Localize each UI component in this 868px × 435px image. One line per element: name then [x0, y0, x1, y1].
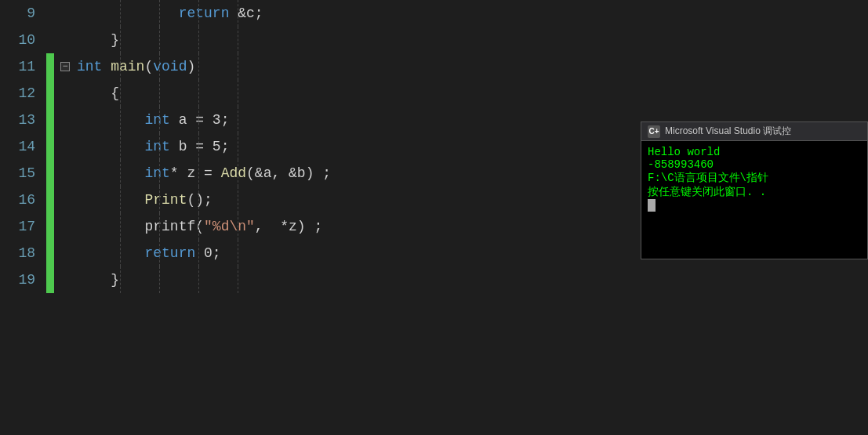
line-number: 12 — [0, 80, 43, 107]
guide-line — [120, 133, 121, 160]
guide-line — [120, 27, 121, 53]
line-indicator — [43, 240, 57, 266]
code-line: 10 } — [0, 27, 868, 53]
guide-line — [120, 107, 121, 133]
console-output-line: -858993460 — [648, 158, 861, 171]
guide-line — [120, 213, 121, 240]
guide-line — [198, 107, 199, 133]
code-text: int main(void) — [73, 53, 868, 80]
line-indicator — [43, 160, 57, 187]
guide-line — [120, 187, 121, 213]
line-number: 9 — [0, 0, 43, 27]
line-indicator — [43, 107, 57, 133]
guide-line — [238, 107, 238, 133]
line-number: 18 — [0, 240, 43, 266]
guide-line — [198, 266, 199, 293]
code-token: * z = — [170, 165, 221, 181]
guide-line — [159, 160, 160, 187]
code-token: } — [111, 32, 119, 48]
code-text: } — [73, 266, 868, 293]
console-body: Hello world-858993460F:\C语言项目文件\指针按任意键关闭… — [641, 141, 867, 259]
code-text: return &c; — [73, 0, 868, 27]
code-token: { — [111, 85, 119, 101]
collapse-button — [57, 27, 73, 53]
code-token: ( — [144, 59, 153, 74]
collapse-button — [57, 80, 73, 107]
console-output-line: F:\C语言项目文件\指针 — [648, 171, 861, 185]
console-title: Microsoft Visual Studio 调试控 — [665, 125, 791, 138]
line-number: 10 — [0, 27, 43, 53]
line-indicator — [43, 133, 57, 160]
code-token: b = 5; — [170, 139, 230, 154]
editor-area: 9 return &c;10 }11−int main(void)12 {13 … — [0, 0, 868, 435]
code-token: Print — [144, 192, 187, 208]
code-token: int — [144, 112, 169, 128]
console-app-icon: C+ — [648, 125, 660, 138]
code-line: 12 { — [0, 80, 868, 107]
collapse-button — [57, 133, 73, 160]
code-token: } — [111, 272, 119, 288]
line-number: 16 — [0, 187, 43, 213]
guide-line — [198, 0, 199, 27]
line-indicator — [43, 80, 57, 107]
guide-line — [159, 0, 160, 27]
code-token: "%d\n" — [204, 219, 255, 234]
code-line: 9 return &c; — [0, 0, 868, 27]
collapse-button — [57, 107, 73, 133]
guide-line — [238, 27, 238, 53]
code-text: { — [73, 80, 868, 107]
code-token: return — [144, 245, 195, 261]
line-indicator — [43, 53, 57, 80]
collapse-button — [57, 0, 73, 27]
code-token: printf( — [144, 219, 204, 234]
guide-line — [238, 53, 238, 80]
line-indicator — [43, 0, 57, 27]
code-token: &c; — [229, 5, 263, 21]
guide-line — [159, 187, 160, 213]
guide-line — [120, 80, 121, 107]
line-indicator — [43, 27, 57, 53]
guide-line — [198, 53, 199, 80]
code-token: int — [144, 139, 169, 154]
guide-line — [238, 160, 238, 187]
guide-line — [238, 266, 238, 293]
guide-line — [120, 240, 121, 266]
guide-line — [120, 0, 121, 27]
guide-line — [198, 240, 199, 266]
line-number: 11 — [0, 53, 43, 80]
line-number: 19 — [0, 266, 43, 293]
code-text: } — [73, 27, 868, 53]
code-token: ) — [187, 59, 195, 74]
console-output-line: Hello world — [648, 146, 861, 158]
guide-line — [120, 160, 121, 187]
code-token: 0; — [195, 245, 220, 261]
console-cursor — [648, 199, 656, 212]
guide-line — [198, 160, 199, 187]
guide-line — [238, 80, 238, 107]
guide-line — [120, 266, 121, 293]
code-token: (); — [187, 192, 212, 208]
code-token: int — [144, 165, 169, 181]
console-titlebar: C+ Microsoft Visual Studio 调试控 — [641, 122, 867, 141]
code-token: main — [111, 59, 144, 74]
line-indicator — [43, 213, 57, 240]
guide-line — [159, 266, 160, 293]
guide-line — [238, 240, 238, 266]
guide-line — [159, 213, 160, 240]
collapse-button — [57, 240, 73, 266]
guide-line — [238, 213, 238, 240]
line-number: 15 — [0, 160, 43, 187]
collapse-button[interactable]: − — [57, 53, 73, 80]
code-token: return — [179, 5, 230, 21]
code-token: a = 3; — [170, 112, 230, 128]
guide-line — [159, 80, 160, 107]
collapse-button — [57, 266, 73, 293]
collapse-button — [57, 160, 73, 187]
guide-line — [238, 133, 238, 160]
code-token: , *z) ; — [255, 219, 322, 234]
guide-line — [159, 133, 160, 160]
guide-line — [120, 53, 121, 80]
code-token: (&a, &b) ; — [246, 165, 331, 181]
guide-line — [198, 27, 199, 53]
code-token — [102, 59, 111, 74]
